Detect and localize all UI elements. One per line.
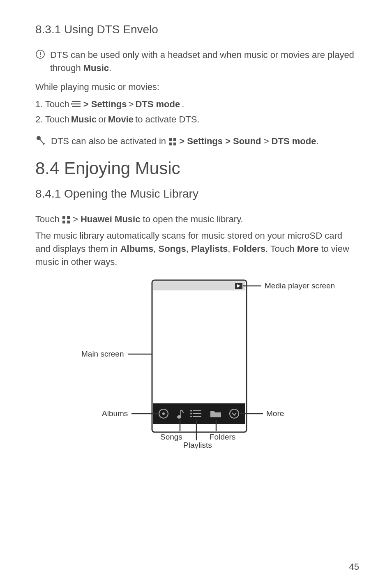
svg-rect-2 bbox=[40, 56, 41, 57]
svg-rect-12 bbox=[67, 216, 70, 219]
tip-note: DTS can also be activated in > Settings … bbox=[35, 135, 359, 148]
label-albums: Albums bbox=[102, 409, 128, 418]
label-more: More bbox=[266, 409, 284, 418]
heading-8-3-1: 8.3.1 Using DTS Envelo bbox=[35, 23, 359, 36]
caution-text: DTS can be used only with a headset and … bbox=[50, 48, 359, 75]
library-scan-para: The music library automatically scans fo… bbox=[35, 229, 359, 269]
apps-grid-icon bbox=[62, 216, 70, 224]
page-number: 45 bbox=[349, 562, 359, 572]
svg-point-22 bbox=[177, 415, 181, 419]
open-library-line: Touch > Huawei Music to open the music l… bbox=[35, 213, 359, 226]
svg-rect-9 bbox=[169, 143, 172, 145]
svg-rect-10 bbox=[173, 143, 176, 145]
svg-rect-16 bbox=[153, 281, 245, 290]
menu-icon bbox=[71, 100, 82, 108]
label-main-screen: Main screen bbox=[81, 350, 124, 358]
svg-rect-1 bbox=[40, 52, 41, 55]
intro-text: While playing music or movies: bbox=[35, 81, 359, 94]
caution-note: DTS can be used only with a headset and … bbox=[35, 48, 359, 75]
svg-point-21 bbox=[162, 412, 165, 415]
svg-rect-8 bbox=[173, 138, 176, 141]
svg-point-27 bbox=[190, 413, 192, 414]
svg-rect-11 bbox=[62, 216, 65, 219]
svg-rect-14 bbox=[67, 221, 70, 223]
tip-text: DTS can also be activated in > Settings … bbox=[51, 135, 319, 148]
label-songs: Songs bbox=[160, 433, 182, 441]
step-1: 1. Touch > Settings > DTS mode. bbox=[35, 97, 359, 111]
apps-grid-icon bbox=[168, 138, 177, 146]
svg-point-26 bbox=[190, 410, 192, 412]
label-playlists: Playlists bbox=[183, 441, 212, 449]
label-media-player: Media player screen bbox=[265, 281, 335, 290]
svg-point-28 bbox=[190, 416, 192, 417]
label-folders: Folders bbox=[210, 433, 235, 441]
svg-rect-7 bbox=[169, 138, 172, 141]
svg-rect-13 bbox=[62, 221, 65, 223]
media-player-icon bbox=[235, 283, 242, 289]
music-library-diagram: Media player screen Main screen Albums M… bbox=[35, 276, 359, 449]
heading-8-4: 8.4 Enjoying Music bbox=[35, 159, 359, 178]
tip-icon bbox=[35, 136, 46, 148]
heading-8-4-1: 8.4.1 Opening the Music Library bbox=[35, 187, 359, 200]
caution-icon bbox=[35, 49, 45, 61]
step-2: 2. Touch Music or Movie to activate DTS. bbox=[35, 112, 359, 127]
